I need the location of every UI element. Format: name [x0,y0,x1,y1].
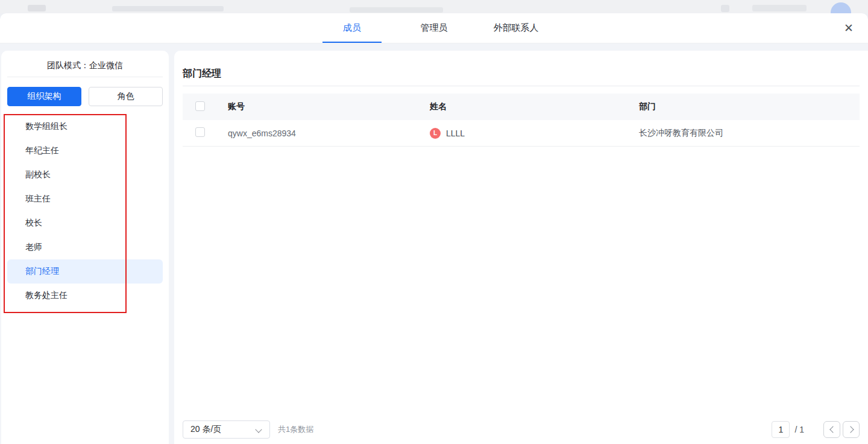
chevron-left-icon [829,427,834,432]
account-cell: qywx_e6ms28934 [216,128,418,138]
table-row: qywx_e6ms28934 L LLLL 长沙冲呀教育有限公司 [183,120,860,147]
column-header-department: 部门 [627,101,860,112]
role-button[interactable]: 角色 [89,87,163,106]
role-item-math-group-leader[interactable]: 数学组组长 [7,115,163,139]
row-checkbox[interactable] [195,127,205,137]
select-all-checkbox[interactable] [195,101,205,111]
chevron-right-icon [849,427,854,432]
column-header-account: 账号 [216,101,418,112]
department-cell: 长沙冲呀教育有限公司 [627,128,860,139]
role-item-principal[interactable]: 校长 [7,211,163,235]
total-count-label: 共1条数据 [278,424,313,435]
total-pages-label: / 1 [794,425,804,434]
chevron-down-icon [256,427,261,432]
tab-administrators[interactable]: 管理员 [404,13,464,43]
background-icon-1 [721,5,729,12]
modal-body: 团队模式：企业微信 组织架构 角色 数学组组长 年纪主任 副校长 班主任 校长 … [0,43,868,444]
next-page-button[interactable] [843,421,860,438]
table-header-row: 账号 姓名 部门 [183,94,860,120]
column-header-name: 姓名 [418,101,627,112]
page-number-input[interactable] [772,421,790,438]
background-avatar [831,2,851,13]
role-item-teacher[interactable]: 老师 [7,235,163,259]
background-icon-group [752,5,807,11]
members-table: 账号 姓名 部门 qywx_e6ms28934 L LLLL 长沙冲 [183,94,860,147]
prev-page-button[interactable] [823,421,840,438]
role-item-class-teacher[interactable]: 班主任 [7,187,163,211]
member-name: LLLL [446,128,465,138]
role-item-academic-affairs-director[interactable]: 教务处主任 [7,284,163,308]
background-logo [28,5,46,11]
background-title-text [350,7,443,13]
org-structure-button[interactable]: 组织架构 [7,87,81,106]
team-mode-label: 团队模式：企业微信 [7,51,163,77]
role-item-department-manager[interactable]: 部门经理 [7,259,163,284]
background-nav-text [112,6,224,11]
background-page-strip [0,0,868,13]
page-size-value: 20 条/页 [190,424,221,435]
page-title: 部门经理 [183,51,860,86]
main-panel: 部门经理 账号 姓名 部门 qywx_e6ms289 [174,51,868,444]
role-item-vice-principal[interactable]: 副校长 [7,163,163,187]
pagination-bar: 20 条/页 共1条数据 / 1 [183,420,860,439]
name-cell: L LLLL [418,128,627,139]
sidebar: 团队模式：企业微信 组织架构 角色 数学组组长 年纪主任 副校长 班主任 校长 … [1,51,169,444]
close-icon[interactable]: ✕ [840,20,857,37]
tab-members[interactable]: 成员 [322,13,382,43]
avatar: L [430,128,441,139]
member-management-modal: 成员 管理员 外部联系人 ✕ 团队模式：企业微信 组织架构 角色 数学组组长 年… [0,13,868,444]
role-list: 数学组组长 年纪主任 副校长 班主任 校长 老师 部门经理 教务处主任 [1,115,169,308]
modal-header: 成员 管理员 外部联系人 ✕ [0,13,868,43]
role-item-grade-director[interactable]: 年纪主任 [7,139,163,163]
page-size-select[interactable]: 20 条/页 [183,420,270,439]
tab-external-contacts[interactable]: 外部联系人 [486,13,546,43]
